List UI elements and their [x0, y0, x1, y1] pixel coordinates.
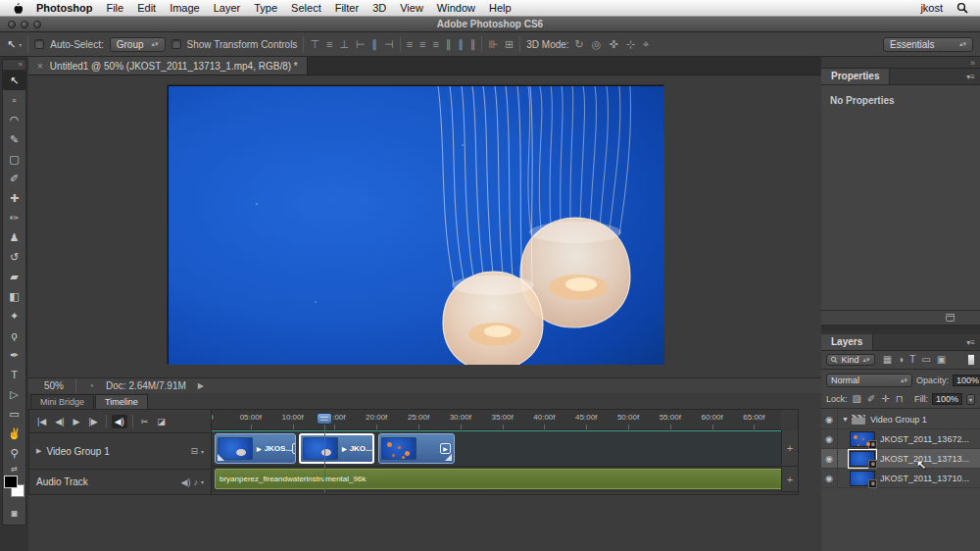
arrange-icon[interactable]: ⊞	[505, 39, 514, 50]
close-window-button[interactable]	[8, 21, 16, 28]
menu-type[interactable]: Type	[254, 2, 277, 14]
workspace-dropdown[interactable]: Essentials▴▾	[883, 37, 973, 52]
auto-align-layers-icon[interactable]: ⊪	[488, 39, 498, 50]
brush-tool[interactable]: ✏	[3, 208, 25, 227]
close-document-icon[interactable]: ×	[37, 61, 43, 72]
distribute-top-edges-icon[interactable]: ≡	[407, 39, 413, 50]
tab-layers[interactable]: Layers	[821, 334, 873, 350]
video-clip[interactable]: ▶JKOS...▶	[215, 433, 296, 464]
3d-rotate-icon[interactable]: ↻	[575, 39, 584, 50]
marquee-tool[interactable]: ▫	[3, 90, 25, 110]
menu-user[interactable]: jkost	[920, 2, 943, 14]
next-frame-button[interactable]: |▶	[85, 415, 100, 428]
align-horizontal-centers-icon[interactable]: ∥	[372, 39, 378, 50]
filter-adjustment-layers-icon[interactable]: ◑	[898, 355, 904, 365]
lock-all-icon[interactable]: ⊓	[896, 394, 904, 404]
timeline-ruler[interactable]: 0005:00f10:00f15:00f20:00f25:00f30:00f35…	[212, 410, 781, 430]
menu-layer[interactable]: Layer	[214, 2, 241, 14]
3d-drag-icon[interactable]: ✜	[609, 39, 617, 50]
audio-track-menu-icon[interactable]: ▾	[201, 478, 204, 485]
distribute-vertical-centers-icon[interactable]: ≡	[419, 39, 425, 50]
minimize-window-button[interactable]	[21, 21, 28, 28]
align-right-edges-icon[interactable]: ⊣	[384, 39, 394, 50]
menu-filter[interactable]: Filter	[335, 2, 359, 14]
trash-icon[interactable]	[946, 314, 955, 322]
clip-play-icon[interactable]: ▶	[342, 445, 347, 452]
swap-colors-icon[interactable]: ⇄	[3, 463, 25, 475]
layer-filter-toggle[interactable]	[967, 354, 975, 366]
menu-image[interactable]: Image	[170, 2, 200, 14]
rectangle-tool[interactable]: ▭	[3, 404, 25, 424]
eyedropper-tool[interactable]: ✐	[3, 169, 25, 188]
menu-edit[interactable]: Edit	[137, 2, 156, 14]
align-bottom-edges-icon[interactable]: ⊥	[339, 39, 349, 50]
lock-image-icon[interactable]: ✐	[867, 394, 875, 404]
lasso-tool[interactable]: ◠	[3, 110, 25, 129]
filter-pixel-layers-icon[interactable]: ▦	[883, 355, 892, 365]
distribute-bottom-edges-icon[interactable]: ≡	[433, 39, 439, 50]
opacity-field[interactable]: 100%	[953, 375, 980, 386]
blend-mode-dropdown[interactable]: Normal▴▾	[826, 374, 912, 387]
current-tool-icon[interactable]: ↖▾	[7, 38, 22, 51]
3d-roll-icon[interactable]: ◎	[592, 39, 602, 50]
previous-frame-button[interactable]: ◀|	[52, 415, 67, 428]
video-track-header[interactable]: ▶ Video Group 1 ⊟▾	[29, 433, 211, 470]
visibility-eye-icon[interactable]: ◉	[821, 469, 838, 487]
layer-row[interactable]: ◉≣JKOST_2011_13713...↖	[821, 449, 980, 469]
tab-mini-bridge[interactable]: Mini Bridge	[30, 394, 94, 409]
zoom-tool[interactable]: ⚲	[3, 443, 25, 463]
play-button[interactable]: ▶	[71, 415, 83, 428]
layer-row[interactable]: ◉≣JKOST_2011_13672...	[821, 429, 980, 449]
audio-track-header[interactable]: Audio Track ◀)♪▾	[29, 470, 211, 495]
clip-play-icon[interactable]: ▶	[257, 445, 262, 452]
split-clip-button[interactable]: ✂	[138, 415, 152, 428]
distribute-right-edges-icon[interactable]: ∥	[470, 39, 476, 50]
canvas-image[interactable]	[168, 85, 663, 364]
lock-transparency-icon[interactable]: ▨	[853, 394, 861, 404]
canvas[interactable]	[28, 75, 821, 377]
zoom-level-field[interactable]: 50%	[44, 380, 64, 391]
spotlight-search-icon[interactable]	[956, 2, 968, 14]
distribute-left-edges-icon[interactable]: ∥	[446, 39, 452, 50]
dodge-tool[interactable]: ϙ	[3, 326, 25, 345]
layer-group-row[interactable]: ◉▼Video Group 1	[821, 410, 980, 429]
status-scrub-icon[interactable]: ◔	[88, 380, 94, 391]
gradient-tool[interactable]: ◧	[3, 286, 25, 306]
crop-tool[interactable]: ▢	[3, 149, 25, 169]
3d-slide-icon[interactable]: ⊹	[626, 39, 635, 50]
video-track-filter-icon[interactable]: ⊟	[190, 446, 198, 456]
video-group-disclosure-icon[interactable]: ▶	[36, 447, 41, 455]
audio-track[interactable]: bryanperez_fireandwaterinstrumental_96k	[212, 467, 781, 492]
path-selection-tool[interactable]: ▷	[3, 384, 25, 404]
tab-timeline[interactable]: Timeline	[95, 394, 148, 409]
document-tab[interactable]: × Untitled1 @ 50% (JKOST_2011_13713_1.mp…	[28, 57, 308, 75]
add-video-media-button[interactable]: +	[781, 430, 798, 467]
video-track[interactable]: ▶JKOS...▶▶JKO...▶▶	[212, 430, 781, 467]
eraser-tool[interactable]: ▰	[3, 267, 25, 286]
clip-filter-badge[interactable]: ▶	[372, 443, 374, 454]
window-title-bar[interactable]: Adobe Photoshop CS6	[0, 17, 980, 32]
align-left-edges-icon[interactable]: ⊢	[356, 39, 366, 50]
layer-filter-dropdown[interactable]: ⚲Kind▴▾	[826, 354, 875, 366]
clip-filter-badge[interactable]: ▶	[292, 443, 296, 454]
pen-tool[interactable]: ✒	[3, 345, 25, 365]
menu-3d[interactable]: 3D	[372, 2, 386, 14]
fill-field[interactable]: 100%	[932, 393, 962, 405]
filter-type-layers-icon[interactable]: T	[909, 355, 915, 365]
transition-button[interactable]: ◪	[154, 415, 169, 428]
filter-smart-objects-icon[interactable]: ▣	[937, 355, 946, 365]
blur-tool[interactable]: ✦	[3, 306, 25, 326]
apple-icon[interactable]	[12, 2, 23, 15]
dock-collapse-button[interactable]: »	[821, 57, 980, 69]
menu-view[interactable]: View	[400, 2, 423, 14]
menu-select[interactable]: Select	[291, 2, 321, 14]
fade-handle-icon[interactable]	[218, 454, 224, 461]
clip-filter-badge[interactable]: ▶	[440, 443, 451, 454]
align-top-edges-icon[interactable]: ⊤	[310, 39, 319, 50]
history-brush-tool[interactable]: ↺	[3, 247, 25, 267]
show-transform-checkbox[interactable]	[172, 39, 181, 49]
healing-brush-tool[interactable]: ✚	[3, 188, 25, 208]
toolbox-collapse-button[interactable]: »	[3, 60, 25, 71]
menu-help[interactable]: Help	[489, 2, 512, 14]
visibility-eye-icon[interactable]: ◉	[821, 410, 838, 428]
